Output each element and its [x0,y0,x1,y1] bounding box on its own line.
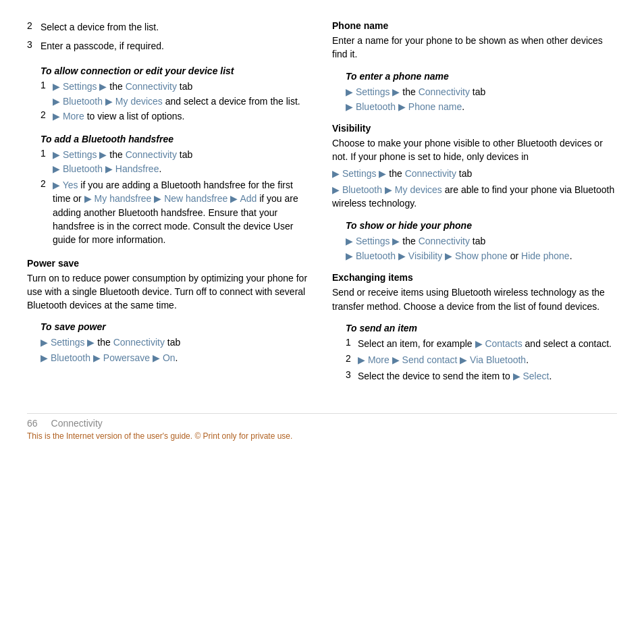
right-column: Phone name Enter a name for your phone t… [332,20,617,393]
allow-step-1: 1 ▶ Settings ▶ the Connectivity tab [41,80,312,93]
phone-name-body: Enter a name for your phone to be shown … [332,34,617,61]
handsfree-step-1-num: 1 [41,148,49,176]
section-powersave: Power save Turn on to reduce power consu… [27,258,312,313]
visibility-body-1: Choose to make your phone visible to oth… [332,136,617,164]
visibility-body-3: ▶ Bluetooth ▶ My devices are able to fin… [332,183,617,211]
footer-note: This is the Internet version of the user… [27,431,617,441]
show-hide-step-2: ▶ Bluetooth ▶ Visibility ▶ Show phone or… [346,249,617,263]
allow-step-1b: ▶ Bluetooth ▶ My devices and select a de… [53,95,312,108]
show-hide-step-2-content: ▶ Bluetooth ▶ Visibility ▶ Show phone or… [346,249,572,263]
visibility-body-2: ▶ Settings ▶ the Connectivity tab [332,167,617,180]
exchanging-body: Send or receive items using Bluetooth wi… [332,286,617,313]
allow-step-2-num: 2 [41,109,49,123]
send-item-step-2-content: ▶ More ▶ Send contact ▶ Via Bluetooth. [358,353,529,367]
allow-heading: To allow connection or edit your device … [41,65,312,76]
page-number: 66 [27,418,38,429]
enter-phone-step-1-content: ▶ Settings ▶ the Connectivity tab [346,85,485,99]
section-send-item: To send an item 1 Select an item, for ex… [346,323,617,383]
footer: 66 Connectivity This is the Internet ver… [27,413,617,441]
powersave-body: Turn on to reduce power consumption by o… [27,271,312,313]
show-hide-step-1: ▶ Settings ▶ the Connectivity tab [346,234,617,248]
allow-step-2-content: ▶ More to view a list of options. [53,109,184,123]
handsfree-step-2-num: 2 [41,178,49,246]
allow-step-1-content: ▶ Settings ▶ the Connectivity tab [53,80,192,93]
allow-step-1-num: 1 [41,80,49,93]
enter-phone-step-2: ▶ Bluetooth ▶ Phone name. [346,100,617,113]
footer-section: Connectivity [51,418,103,429]
num-2: 2 [27,20,36,36]
handsfree-step-2-content: ▶ Yes if you are adding a Bluetooth hand… [53,178,312,246]
send-item-heading: To send an item [346,323,617,333]
save-power-step-1-content: ▶ Settings ▶ the Connectivity tab [41,336,180,349]
send-item-step-1: 1 Select an item, for example ▶ Contacts… [346,337,617,350]
powersave-heading: Power save [27,258,312,269]
intro-item-3: 3 Enter a passcode, if required. [27,39,312,55]
section-allow: To allow connection or edit your device … [41,65,312,124]
section-save-power: To save power ▶ Settings ▶ the Connectiv… [41,321,312,365]
section-show-hide: To show or hide your phone ▶ Settings ▶ … [346,220,617,263]
send-item-step-3: 3 Select the device to send the item to … [346,369,617,383]
save-power-step-2-content: ▶ Bluetooth ▶ Powersave ▶ On. [41,351,178,365]
section-enter-phone-name: To enter a phone name ▶ Settings ▶ the C… [346,71,617,114]
exchanging-heading: Exchanging items [332,272,617,283]
show-hide-heading: To show or hide your phone [346,220,617,231]
intro-text-2: Select a device from the list. [41,20,159,34]
section-visibility: Visibility Choose to make your phone vis… [332,123,617,210]
send-item-step-2-num: 2 [346,353,354,367]
intro-items: 2 Select a device from the list. 3 Enter… [27,20,312,56]
save-power-step-1: ▶ Settings ▶ the Connectivity tab [41,336,312,349]
send-item-step-2: 2 ▶ More ▶ Send contact ▶ Via Bluetooth. [346,353,617,367]
intro-item-2: 2 Select a device from the list. [27,20,312,36]
enter-phone-name-heading: To enter a phone name [346,71,617,82]
page-container: 2 Select a device from the list. 3 Enter… [27,20,617,393]
show-hide-step-1-content: ▶ Settings ▶ the Connectivity tab [346,234,485,248]
section-exchanging: Exchanging items Send or receive items u… [332,272,617,313]
handsfree-step-1-content: ▶ Settings ▶ the Connectivity tab ▶ Blue… [53,148,192,176]
handsfree-step-2: 2 ▶ Yes if you are adding a Bluetooth ha… [41,178,312,246]
allow-step-1b-content: ▶ Bluetooth ▶ My devices and select a de… [53,95,300,108]
handsfree-step-1: 1 ▶ Settings ▶ the Connectivity tab ▶ Bl… [41,148,312,176]
num-3: 3 [27,39,36,55]
send-item-step-1-num: 1 [346,337,354,350]
handsfree-heading: To add a Bluetooth handsfree [41,134,312,144]
enter-phone-step-1: ▶ Settings ▶ the Connectivity tab [346,85,617,99]
section-phone-name: Phone name Enter a name for your phone t… [332,20,617,61]
send-item-step-1-content: Select an item, for example ▶ Contacts a… [358,337,612,350]
footer-page-section: 66 Connectivity [27,418,617,431]
save-power-heading: To save power [41,321,312,332]
allow-step-2: 2 ▶ More to view a list of options. [41,109,312,123]
section-handsfree: To add a Bluetooth handsfree 1 ▶ Setting… [41,134,312,246]
save-power-step-2: ▶ Bluetooth ▶ Powersave ▶ On. [41,351,312,365]
visibility-heading: Visibility [332,123,617,134]
intro-text-3: Enter a passcode, if required. [41,39,164,53]
phone-name-heading: Phone name [332,20,617,31]
enter-phone-step-2-content: ▶ Bluetooth ▶ Phone name. [346,100,464,113]
send-item-step-3-content: Select the device to send the item to ▶ … [358,369,552,383]
send-item-step-3-num: 3 [346,369,354,383]
left-column: 2 Select a device from the list. 3 Enter… [27,20,312,393]
